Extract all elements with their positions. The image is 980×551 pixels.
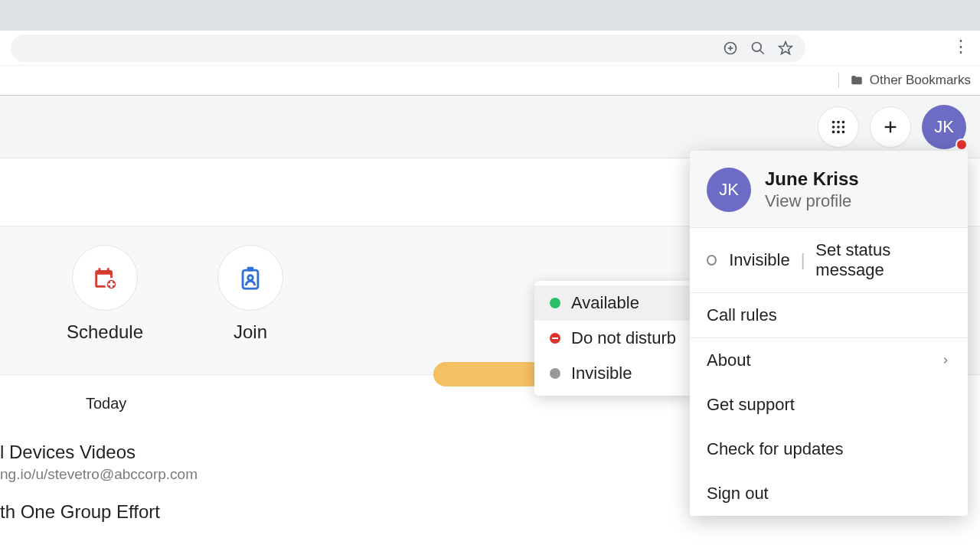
status-option-invisible[interactable]: Invisible <box>534 356 692 391</box>
svg-point-14 <box>842 130 845 133</box>
avatar-initials: JK <box>934 117 954 137</box>
folder-icon <box>850 73 864 87</box>
dropdown-avatar: JK <box>707 168 751 212</box>
browser-tab-strip <box>0 0 980 31</box>
join-icon <box>217 245 283 311</box>
about-label: About <box>707 350 751 370</box>
call-rules-item[interactable]: Call rules <box>690 293 968 337</box>
svg-point-11 <box>842 126 845 129</box>
status-dot-dnd-icon <box>550 333 560 344</box>
divider <box>838 73 839 88</box>
divider: | <box>801 250 805 270</box>
svg-rect-25 <box>247 267 254 272</box>
profile-header[interactable]: JK June Kriss View profile <box>690 151 968 227</box>
check-updates-item[interactable]: Check for updates <box>690 427 968 471</box>
dialpad-button[interactable] <box>818 106 859 148</box>
app-header: JK <box>0 96 980 158</box>
status-invisible-icon <box>707 255 717 266</box>
svg-point-9 <box>832 126 835 129</box>
content-area: Schedule Join Today l Devices Videos ng.… <box>0 158 980 551</box>
add-page-icon[interactable] <box>717 34 744 62</box>
current-status-label: Invisible <box>729 250 789 270</box>
get-support-item[interactable]: Get support <box>690 383 968 427</box>
other-bookmarks-link[interactable]: Other Bookmarks <box>870 73 971 88</box>
join-label: Join <box>234 321 267 343</box>
status-dot-available-icon <box>550 298 560 308</box>
status-option-label: Do not disturb <box>571 328 676 348</box>
svg-point-10 <box>837 126 840 129</box>
status-indicator-icon <box>956 139 968 151</box>
status-row[interactable]: Invisible | Set status message <box>690 228 968 292</box>
omnibox[interactable] <box>11 34 805 62</box>
svg-point-6 <box>832 120 835 123</box>
svg-point-3 <box>753 42 762 51</box>
status-dot-invisible-icon <box>550 368 560 379</box>
view-profile-link[interactable]: View profile <box>765 191 859 211</box>
notification-pill[interactable] <box>433 362 544 386</box>
svg-point-7 <box>837 120 840 123</box>
svg-point-8 <box>842 120 845 123</box>
join-action[interactable]: Join <box>201 245 300 343</box>
status-option-available[interactable]: Available <box>534 285 692 321</box>
browser-address-bar: ⋮ <box>0 31 980 66</box>
about-item[interactable]: About <box>690 338 968 383</box>
svg-line-4 <box>760 50 764 54</box>
svg-marker-5 <box>779 41 792 54</box>
status-option-dnd[interactable]: Do not disturb <box>534 321 692 356</box>
profile-dropdown: JK June Kriss View profile Invisible | S… <box>690 151 968 516</box>
avatar[interactable]: JK <box>922 105 966 149</box>
svg-point-13 <box>837 130 840 133</box>
star-icon[interactable] <box>772 34 799 62</box>
svg-point-12 <box>832 130 835 133</box>
bookmarks-bar: Other Bookmarks <box>0 66 980 96</box>
schedule-icon <box>72 245 138 311</box>
schedule-action[interactable]: Schedule <box>55 245 155 343</box>
status-submenu: Available Do not disturb Invisible <box>534 281 692 396</box>
status-option-label: Available <box>571 293 639 313</box>
set-status-message-link[interactable]: Set status message <box>815 240 951 280</box>
profile-name: June Kriss <box>765 168 859 190</box>
status-option-label: Invisible <box>571 364 632 383</box>
zoom-icon[interactable] <box>744 34 772 62</box>
sign-out-item[interactable]: Sign out <box>690 471 968 516</box>
svg-point-26 <box>248 276 253 281</box>
schedule-label: Schedule <box>67 321 143 343</box>
add-button[interactable] <box>870 106 911 148</box>
chevron-right-icon <box>940 355 951 366</box>
